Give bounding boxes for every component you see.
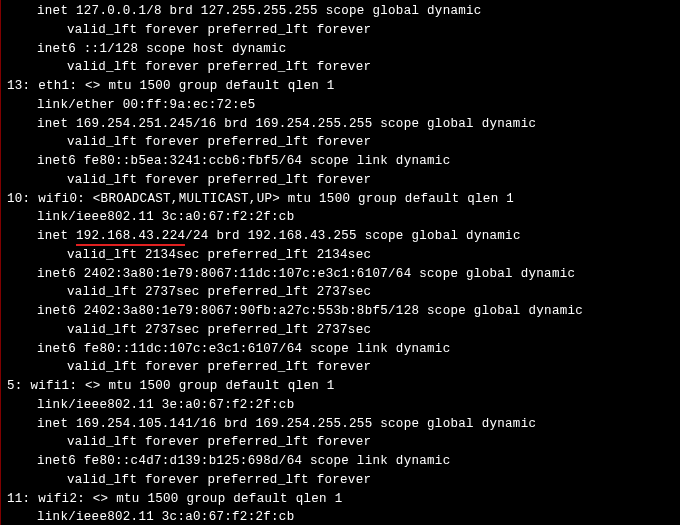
- output-line: inet6 fe80::c4d7:d139:b125:698d/64 scope…: [7, 452, 672, 471]
- highlighted-ip: 192.168.43.224: [76, 229, 185, 246]
- output-line: link/ether 00:ff:9a:ec:72:e5: [7, 96, 672, 115]
- output-line: inet 169.254.251.245/16 brd 169.254.255.…: [7, 115, 672, 134]
- output-line: inet6 2402:3a80:1e79:8067:11dc:107c:e3c1…: [7, 265, 672, 284]
- output-line: valid_lft forever preferred_lft forever: [7, 58, 672, 77]
- output-line: valid_lft 2737sec preferred_lft 2737sec: [7, 321, 672, 340]
- iface-header-wifi1: 5: wifi1: <> mtu 1500 group default qlen…: [7, 377, 672, 396]
- terminal-output[interactable]: inet 127.0.0.1/8 brd 127.255.255.255 sco…: [0, 0, 678, 525]
- output-line: link/ieee802.11 3c:a0:67:f2:2f:cb: [7, 508, 672, 525]
- output-line: link/ieee802.11 3c:a0:67:f2:2f:cb: [7, 208, 672, 227]
- inet-prefix: inet: [37, 229, 76, 243]
- output-line: valid_lft forever preferred_lft forever: [7, 171, 672, 190]
- output-line: link/ieee802.11 3e:a0:67:f2:2f:cb: [7, 396, 672, 415]
- iface-header-eth1: 13: eth1: <> mtu 1500 group default qlen…: [7, 77, 672, 96]
- output-line: valid_lft 2134sec preferred_lft 2134sec: [7, 246, 672, 265]
- output-line: valid_lft forever preferred_lft forever: [7, 471, 672, 490]
- output-line: inet6 fe80::11dc:107c:e3c1:6107/64 scope…: [7, 340, 672, 359]
- output-line: valid_lft forever preferred_lft forever: [7, 21, 672, 40]
- output-line: valid_lft forever preferred_lft forever: [7, 133, 672, 152]
- output-line: inet6 fe80::b5ea:3241:ccb6:fbf5/64 scope…: [7, 152, 672, 171]
- output-line: valid_lft forever preferred_lft forever: [7, 433, 672, 452]
- iface-header-wifi2: 11: wifi2: <> mtu 1500 group default qle…: [7, 490, 672, 509]
- output-line: inet6 ::1/128 scope host dynamic: [7, 40, 672, 59]
- output-line: valid_lft 2737sec preferred_lft 2737sec: [7, 283, 672, 302]
- output-line-highlighted-ip: inet 192.168.43.224/24 brd 192.168.43.25…: [7, 227, 672, 246]
- iface-header-wifi0: 10: wifi0: <BROADCAST,MULTICAST,UP> mtu …: [7, 190, 672, 209]
- output-line: inet6 2402:3a80:1e79:8067:90fb:a27c:553b…: [7, 302, 672, 321]
- inet-suffix: /24 brd 192.168.43.255 scope global dyna…: [185, 229, 520, 243]
- output-line: valid_lft forever preferred_lft forever: [7, 358, 672, 377]
- output-line: inet 127.0.0.1/8 brd 127.255.255.255 sco…: [7, 2, 672, 21]
- output-line: inet 169.254.105.141/16 brd 169.254.255.…: [7, 415, 672, 434]
